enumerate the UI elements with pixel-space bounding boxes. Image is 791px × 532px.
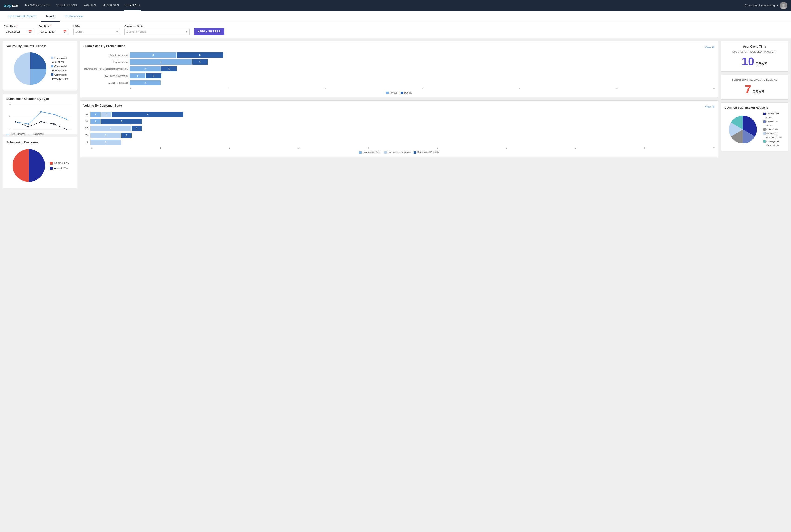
nav-messages[interactable]: MESSAGES [102,0,120,11]
nav-links: MY WORKBENCH SUBMISSIONS PARTIES MESSAGE… [24,0,745,11]
legend-auto: Commercial Auto [359,151,380,153]
line-chart-legend: New Business Renewals [6,133,74,135]
broker-office-axis: 0123456 [84,87,715,90]
legend-withdrawn: Submission Withdrawn 11.1% [764,131,782,139]
nav-user-area: Connected Underwriting ▾ [745,2,787,9]
svg-text:0: 0 [9,128,10,130]
avg-cycle-title: Avg. Cycle Time [725,45,784,48]
bar-label-il: IL [84,141,90,144]
decline-seg-jw: 1 [146,73,161,78]
broker-office-panel: Submission By Broker Office View All Rob… [80,41,718,97]
svg-point-18 [66,129,67,130]
bar-row-il: IL 3 [84,140,715,145]
tab-portfolio-view[interactable]: Portfolio View [60,11,88,22]
auto-seg-fl: 1 [90,112,100,117]
volume-lob-pie [12,50,49,87]
customer-state-select[interactable]: Customer State ▾ [125,28,189,35]
bar-label-roberts: Roberts Insurance [84,54,130,56]
legend-coverage: Coverage not offered 11.1% [764,139,782,147]
decisions-legend: Decline 45% Accept 55% [50,160,69,171]
volume-lob-legend: Commercial Auto 21.9% Commercial Package… [51,56,68,81]
avg-cycle-accept-card: Avg. Cycle Time SUBMISSION RECEIVED TO A… [721,41,788,72]
lobs-select[interactable]: LOBs ▾ [73,28,120,35]
submission-creation-title: Submission Creation By Type [6,97,74,100]
accept-seg-marsh: 2 [130,80,161,86]
bar-segs-va: 1 4 [90,119,142,124]
package-seg-il: 3 [90,140,121,145]
declined-reasons-panel: Declined Submission Reasons [721,102,788,151]
start-date-label: Start Date * [4,25,34,27]
start-date-group: Start Date * 03/03/2022 📅 [4,25,34,35]
bar-segs-fl: 1 1 7 [90,112,183,117]
bar-label-troy: Troy Insurance [84,61,130,63]
bar-label-fl: FL [84,113,90,116]
bar-row-troy: Troy Insurance 4 1 [84,59,715,64]
apply-filters-button[interactable]: APPLY FILTERS [194,28,224,35]
package-seg-co: 4 [90,126,131,131]
broker-office-view-all[interactable]: View All [705,46,715,49]
bar-label-insurance: Insurance and Risk Management Services, … [84,68,130,70]
legend-package: Commercial Package [384,151,410,153]
nav-parties[interactable]: PARTIES [82,0,97,11]
avatar[interactable] [780,2,787,9]
svg-point-16 [40,121,42,122]
bar-segs-il: 3 [90,140,121,145]
bar-label-tx: TX [84,134,90,137]
svg-point-10 [27,123,29,125]
end-date-label: End Date * [39,25,69,27]
svg-point-14 [15,121,16,122]
bar-label-va: VA [84,120,90,123]
volume-lob-panel: Volume By Line of Business Commercial Au… [3,41,77,91]
customer-state-title: Volume By Customer State [84,104,122,107]
main-content: Volume By Line of Business Commercial Au… [0,41,791,191]
avg-cycle-decline-card: SUBMISSION RECEIVED TO DECLINE 7 days [721,75,788,99]
bar-segs-co: 4 1 [90,126,142,131]
nav-reports[interactable]: REPORTS [125,0,141,11]
bar-row-co: CO 4 1 [84,126,715,131]
bar-row-insurance: Insurance and Risk Management Services, … [84,66,715,72]
submission-creation-chart: 10 5 0 [6,103,74,131]
tab-on-demand-reports[interactable]: On-Demand Reports [4,11,41,22]
app-logo: appian [4,3,19,8]
bar-segs-roberts: 3 3 [130,53,223,58]
svg-point-1 [783,4,785,6]
nav-my-workbench[interactable]: MY WORKBENCH [24,0,51,11]
bar-segs-insurance: 2 1 [130,66,177,72]
legend-loss-exposure: Loss Exposure 33.3% [764,112,782,119]
filter-bar: Start Date * 03/03/2022 📅 End Date * 03/… [0,22,791,38]
customer-state-axis: 0123456789 [84,147,715,149]
property-seg-co: 1 [132,126,142,131]
bar-segs-marsh: 2 [130,80,161,86]
bar-row-roberts: Roberts Insurance 3 3 [84,53,715,58]
legend-property: Commercial Property [413,151,439,153]
end-date-input[interactable]: 03/03/2023 📅 [39,28,69,35]
legend-decline: Decline 45% [50,160,69,166]
bar-row-jw: JW Edens & Company 1 1 [84,73,715,78]
cycle-accept-value: 10 days [725,55,784,68]
svg-point-13 [66,119,67,120]
cycle-decline-label: SUBMISSION RECEIVED TO DECLINE [725,78,784,81]
bar-label-jw: JW Edens & Company [84,75,130,77]
customer-state-legend: Commercial Auto Commercial Package Comme… [84,151,715,153]
submission-decisions-title: Submission Decisions [6,140,74,144]
property-seg-fl: 7 [112,112,183,117]
calendar-icon-2[interactable]: 📅 [63,30,67,34]
line-chart-svg: 10 5 0 [6,103,74,131]
bar-row-va: VA 1 4 [84,119,715,124]
start-date-input[interactable]: 03/03/2022 📅 [4,28,34,35]
svg-point-11 [40,111,42,112]
legend-package: Commercial Package 25% [51,64,68,73]
left-column: Volume By Line of Business Commercial Au… [3,41,77,188]
nav-submissions[interactable]: SUBMISSIONS [55,0,78,11]
auto-seg-va: 1 [90,119,100,124]
package-seg-fl: 1 [101,112,111,117]
cycle-decline-value: 7 days [725,83,784,96]
dropdown-icon[interactable]: ▾ [777,4,778,7]
legend-auto: Commercial Auto 21.9% [51,56,68,64]
customer-state-view-all[interactable]: View All [705,105,715,108]
legend-new-business: New Business [6,133,25,135]
legend-property: Commercial Property 53.1% [51,73,68,81]
tab-trends[interactable]: Trends [41,11,60,22]
calendar-icon[interactable]: 📅 [28,30,32,34]
declined-reasons-title: Declined Submission Reasons [724,106,785,109]
